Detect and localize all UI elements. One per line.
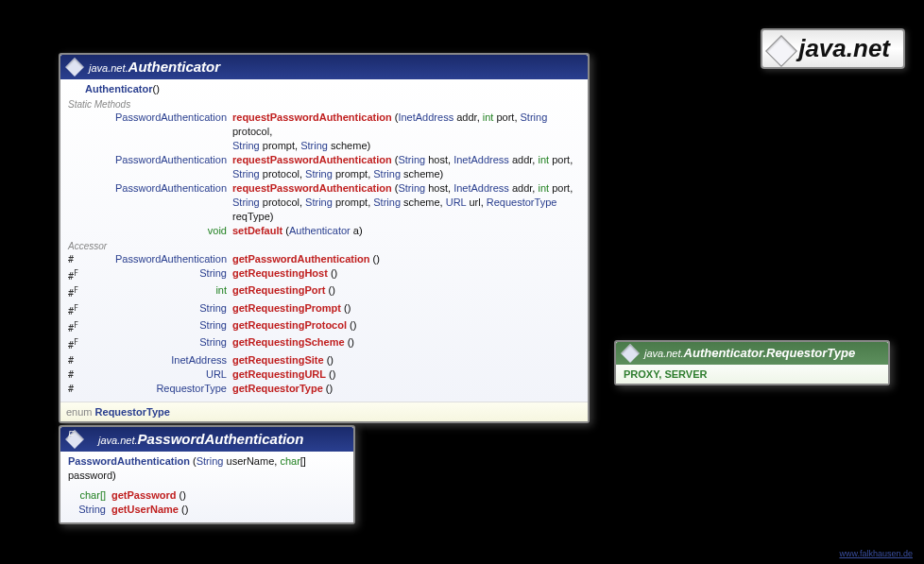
enum-icon: [621, 344, 640, 363]
method-name: getRequestorType: [232, 383, 323, 394]
class-header: java.net.Authenticator: [60, 55, 588, 79]
method-name: getRequestingSite: [232, 354, 324, 366]
enum-keyword: enum: [66, 406, 95, 418]
return-type: int: [85, 283, 232, 298]
class-package: java.net.: [98, 435, 138, 446]
enum-reference: enum RequestorType: [60, 402, 588, 421]
method-row: #URLgetRequestingURL (): [66, 367, 582, 382]
method-row: #FintgetRequestingPort (): [66, 283, 582, 300]
method-name: requestPasswordAuthentication: [232, 111, 392, 123]
return-type: String: [68, 503, 111, 517]
enum-requestor-type: java.net.Authenticator.RequestorType PRO…: [614, 340, 890, 385]
class-body: PasswordAuthentication (String userName,…: [60, 452, 353, 522]
method-row: PasswordAuthenticationrequestPasswordAut…: [66, 181, 582, 224]
class-body: Authenticator() Static Methods PasswordA…: [60, 79, 588, 402]
method-row: #FStringgetRequestingProtocol (): [66, 318, 582, 335]
method-row: PasswordAuthenticationrequestPasswordAut…: [66, 111, 582, 153]
method-name: getPasswordAuthentication: [232, 253, 369, 265]
constructor-name: PasswordAuthentication: [68, 455, 190, 467]
method-name: getPassword: [111, 489, 176, 501]
return-type: void: [85, 224, 232, 238]
section-accessor: Accessor: [68, 241, 582, 251]
modifier: #: [68, 382, 85, 396]
method-row: #InetAddressgetRequestingSite (): [66, 353, 582, 367]
method-row: #FStringgetRequestingHost (): [66, 266, 582, 283]
package-name: java.net: [798, 34, 890, 62]
method-row: char[]getPassword (): [66, 488, 348, 503]
method-row: StringgetUserName (): [66, 503, 348, 517]
return-type: String: [85, 318, 232, 333]
method-name: getRequestingPrompt: [232, 302, 341, 314]
modifier: #: [68, 252, 85, 266]
section-static-methods: Static Methods: [68, 99, 582, 110]
method-name: getRequestingProtocol: [232, 319, 347, 331]
return-type: char[]: [68, 488, 111, 503]
enum-type: RequestorType: [95, 406, 170, 418]
method-name: getRequestingScheme: [232, 336, 345, 348]
modifier: #F: [68, 283, 85, 300]
class-password-authentication: F java.net.PasswordAuthentication Passwo…: [59, 425, 355, 524]
class-authenticator: java.net.Authenticator Authenticator() S…: [59, 53, 590, 423]
enum-values: PROXY, SERVER: [616, 365, 888, 384]
modifier: #F: [68, 301, 85, 318]
return-type: RequestorType: [85, 382, 232, 396]
package-label: java.net: [761, 28, 905, 69]
method-args: (): [328, 284, 334, 296]
return-type: InetAddress: [85, 353, 232, 367]
method-row: #RequestorTypegetRequestorType (): [66, 382, 582, 396]
method-name: getRequestingPort: [232, 284, 325, 296]
method-row: PasswordAuthenticationrequestPasswordAut…: [66, 153, 582, 181]
constructor-args: (): [153, 83, 160, 94]
enum-header: java.net.Authenticator.RequestorType: [616, 342, 888, 365]
method-args: (): [327, 354, 334, 366]
return-type: URL: [85, 367, 232, 382]
method-row: #FStringgetRequestingPrompt (): [66, 301, 582, 318]
package-icon: [765, 35, 797, 67]
return-type: PasswordAuthentication: [85, 153, 232, 167]
method-row: #FStringgetRequestingScheme (): [66, 335, 582, 352]
method-name: getUserName: [111, 504, 179, 515]
return-type: String: [85, 266, 232, 281]
class-name: PasswordAuthentication: [138, 431, 304, 447]
class-package: java.net.: [89, 62, 128, 74]
constructor-row: Authenticator(): [66, 82, 582, 96]
return-type: String: [85, 301, 232, 316]
method-row: #PasswordAuthenticationgetPasswordAuthen…: [66, 252, 582, 266]
constructor-row: PasswordAuthentication (String userName,…: [66, 454, 348, 483]
modifier: #F: [68, 318, 85, 335]
method-args: (): [348, 336, 354, 348]
modifier: #: [68, 353, 85, 367]
method-name: requestPasswordAuthentication: [232, 154, 392, 165]
method-name: getRequestingURL: [232, 368, 326, 380]
method-args: (): [344, 302, 351, 314]
method-name: requestPasswordAuthentication: [232, 182, 392, 194]
modifier: #: [68, 367, 85, 382]
enum-package: java.net.: [644, 348, 684, 359]
modifier: #F: [68, 266, 85, 283]
method-args: (): [180, 489, 186, 501]
method-args: (Authenticator a): [285, 225, 362, 236]
method-name: getRequestingHost: [232, 267, 328, 279]
method-args: (): [329, 368, 335, 380]
method-args: (): [350, 319, 356, 331]
class-header: F java.net.PasswordAuthentication: [60, 427, 353, 452]
enum-name: Authenticator.RequestorType: [684, 346, 856, 360]
constructor-name: Authenticator: [85, 83, 153, 94]
method-args: (): [326, 383, 333, 394]
footer-link[interactable]: www.falkhausen.de: [839, 549, 913, 558]
return-type: PasswordAuthentication: [85, 111, 232, 125]
method-name: setDefault: [232, 225, 282, 236]
modifier: #F: [68, 335, 85, 352]
return-type: PasswordAuthentication: [85, 252, 232, 266]
method-args: (): [181, 504, 188, 515]
return-type: PasswordAuthentication: [85, 181, 232, 196]
method-args: (): [331, 267, 337, 279]
return-type: String: [85, 335, 232, 350]
class-name: Authenticator: [128, 59, 221, 75]
class-icon: [65, 58, 84, 77]
final-flag: F: [68, 430, 74, 440]
method-row: voidsetDefault (Authenticator a): [66, 224, 582, 238]
method-args: (): [373, 253, 380, 265]
